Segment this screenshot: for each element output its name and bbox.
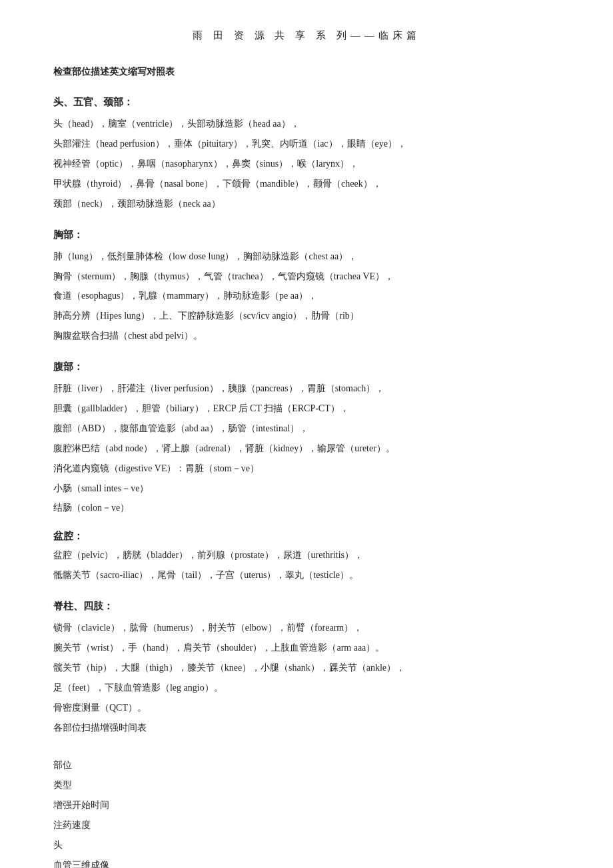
abdomen-para-4: 消化道内窥镜（digestive VE）：胃脏（stom－ve） bbox=[53, 460, 560, 477]
heading-chest: 胸部： bbox=[53, 226, 560, 244]
spine-para-5: 各部位扫描增强时间表 bbox=[53, 719, 560, 737]
abdomen-para-5: 小肠（small intes－ve） bbox=[53, 480, 560, 497]
spine-para-3: 足（feet），下肢血管造影（leg angio）。 bbox=[53, 679, 560, 697]
table-label-3: 注药速度 bbox=[53, 816, 560, 835]
heading-head: 头、五官、颈部： bbox=[53, 93, 560, 111]
section-spine-limbs: 脊柱、四肢： 锁骨（clavicle），肱骨（humerus），肘关节（elbo… bbox=[53, 597, 560, 736]
pelvis-para-1: 骶髂关节（sacro-iliac），尾骨（tail），子宫（uterus），睾丸… bbox=[53, 567, 560, 584]
table-section: 部位 类型 增强开始时间 注药速度 头 血管三维成像 Wills Circle bbox=[53, 756, 560, 868]
page-title: 雨 田 资 源 共 享 系 列——临床篇 bbox=[53, 27, 560, 45]
table-label-5: 血管三维成像 bbox=[53, 856, 560, 868]
heading-pelvis: 盆腔： bbox=[53, 527, 560, 545]
table-label-1: 类型 bbox=[53, 776, 560, 795]
abdomen-para-1: 胆囊（gallbladder），胆管（biliary），ERCP 后 CT 扫描… bbox=[53, 400, 560, 417]
table-label-0: 部位 bbox=[53, 756, 560, 775]
head-para-0: 头（head），脑室（ventricle），头部动脉造影（head aa）， bbox=[53, 115, 560, 133]
chest-para-4: 胸腹盆联合扫描（chest abd pelvi）。 bbox=[53, 327, 560, 345]
pelvis-para-0: 盆腔（pelvic），膀胱（bladder），前列腺（prostate），尿道（… bbox=[53, 547, 560, 564]
chest-para-3: 肺高分辨（Hipes lung），上、下腔静脉造影（scv/icv angio）… bbox=[53, 307, 560, 325]
abdomen-para-6: 结肠（colon－ve） bbox=[53, 499, 560, 517]
abdomen-para-2: 腹部（ABD），腹部血管造影（abd aa），肠管（intestinal）， bbox=[53, 420, 560, 437]
section-chest: 胸部： 肺（lung），低剂量肺体检（low dose lung），胸部动脉造影… bbox=[53, 226, 560, 345]
section-pelvis: 盆腔： 盆腔（pelvic），膀胱（bladder），前列腺（prostate）… bbox=[53, 527, 560, 584]
heading-spine-limbs: 脊柱、四肢： bbox=[53, 597, 560, 615]
table-label-4: 头 bbox=[53, 836, 560, 855]
abdomen-para-3: 腹腔淋巴结（abd node），肾上腺（adrenal），肾脏（kidney），… bbox=[53, 440, 560, 457]
chest-para-2: 食道（esophagus），乳腺（mammary），肺动脉造影（pe aa）， bbox=[53, 287, 560, 305]
heading-abdomen: 腹部： bbox=[53, 358, 560, 376]
head-para-1: 头部灌注（head perfusion），垂体（pituitary），乳突、内听… bbox=[53, 135, 560, 153]
head-para-3: 甲状腺（thyroid），鼻骨（nasal bone），下颌骨（mandible… bbox=[53, 175, 560, 193]
doc-title: 检查部位描述英文缩写对照表 bbox=[53, 63, 560, 80]
spine-para-4: 骨密度测量（QCT）。 bbox=[53, 699, 560, 717]
chest-para-1: 胸骨（sternum），胸腺（thymus），气管（trachea），气管内窥镜… bbox=[53, 268, 560, 285]
spine-para-2: 髋关节（hip），大腿（thigh），膝关节（knee），小腿（shank），踝… bbox=[53, 659, 560, 677]
section-head: 头、五官、颈部： 头（head），脑室（ventricle），头部动脉造影（he… bbox=[53, 93, 560, 212]
spine-para-1: 腕关节（wrist），手（hand），肩关节（shoulder），上肢血管造影（… bbox=[53, 639, 560, 657]
head-para-2: 视神经管（optic），鼻咽（nasopharynx），鼻窦（sinus），喉（… bbox=[53, 155, 560, 173]
abdomen-para-0: 肝脏（liver），肝灌注（liver perfusion），胰腺（pancre… bbox=[53, 380, 560, 397]
table-label-2: 增强开始时间 bbox=[53, 796, 560, 815]
head-para-4: 颈部（neck），颈部动脉造影（neck aa） bbox=[53, 195, 560, 213]
spine-para-0: 锁骨（clavicle），肱骨（humerus），肘关节（elbow），前臂（f… bbox=[53, 619, 560, 637]
section-abdomen: 腹部： 肝脏（liver），肝灌注（liver perfusion），胰腺（pa… bbox=[53, 358, 560, 517]
chest-para-0: 肺（lung），低剂量肺体检（low dose lung），胸部动脉造影（che… bbox=[53, 248, 560, 265]
